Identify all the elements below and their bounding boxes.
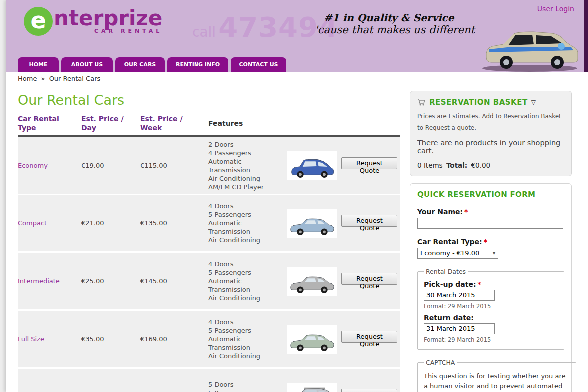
site-header: User Login e nterprize CAR RENTAL call 4…	[6, 0, 588, 72]
select-arrow-icon: ▾	[493, 250, 495, 256]
logo-brand-text: nterprize	[54, 7, 162, 30]
car-type-selected-value: Economy - €19.00	[420, 249, 479, 257]
basket-total-label: Total:	[446, 161, 467, 169]
table-row: Full Size€35.00€169.004 Doors5 Passenger…	[18, 311, 400, 367]
car-photo-cell	[287, 151, 341, 180]
price-per-day: €35.00	[81, 335, 140, 343]
feature-item: 5 Passengers	[208, 389, 282, 392]
car-features: 2 Doors4 PassengersAutomatic Transmissio…	[208, 140, 287, 191]
car-photo-cell	[287, 267, 341, 296]
car-photo	[287, 383, 337, 392]
nav-tab-contact-us[interactable]: CONTACT US	[231, 57, 286, 72]
price-per-week: €115.00	[140, 162, 208, 169]
basket-description: Prices are Estimates. Add to Reservation…	[417, 111, 564, 134]
phone-call-label: call	[192, 24, 216, 40]
chevron-down-icon[interactable]: ▽	[531, 99, 536, 106]
table-row: Compact€21.00€135.004 Doors5 PassengersA…	[18, 195, 400, 251]
breadcrumb: Home » Our Rental Cars	[6, 72, 588, 82]
nav-tab-our-cars[interactable]: OUR CARS	[115, 57, 165, 72]
tagline-line2: 'cause that makes us different	[315, 24, 475, 36]
price-per-week: €169.00	[140, 335, 208, 343]
nav-tab-about-us[interactable]: ABOUT US	[61, 57, 113, 72]
car-photo-cell	[287, 209, 341, 238]
site-container: User Login e nterprize CAR RENTAL call 4…	[6, 0, 588, 392]
basket-items-count: 0 Items	[417, 161, 443, 169]
required-marker: *	[484, 238, 487, 246]
return-date-label: Return date:	[424, 314, 558, 322]
request-quote-button[interactable]: Request Quote	[341, 331, 397, 343]
rental-dates-legend: Rental Dates	[424, 268, 468, 275]
feature-item: Automatic Transmission	[208, 277, 282, 294]
pickup-date-format-hint: Format: 29 March 2015	[424, 303, 558, 310]
car-type-select[interactable]: Economy - €19.00 ▾	[417, 248, 498, 259]
nav-tab-renting-info[interactable]: RENTING INFO	[167, 57, 228, 72]
price-per-day: €25.00	[81, 277, 140, 285]
breadcrumb-separator: »	[41, 75, 45, 82]
car-type-cell: Intermediate	[18, 277, 81, 285]
feature-item: 5 Passengers	[208, 326, 282, 335]
feature-item: Air Conditioning	[208, 294, 282, 302]
col-header-price-day: Est. Price / Day	[81, 115, 140, 132]
breadcrumb-current: Our Rental Cars	[49, 75, 101, 82]
tagline-line1: #1 in Quality & Service	[324, 12, 475, 24]
nav-tab-home[interactable]: HOME	[18, 57, 59, 72]
price-per-week: €135.00	[140, 219, 208, 227]
car-features: 4 Doors5 PassengersAutomatic Transmissio…	[208, 202, 287, 244]
shopping-cart-icon	[417, 98, 426, 106]
name-input[interactable]	[417, 218, 563, 229]
table-header-row: Car Rental Type Est. Price / Day Est. Pr…	[18, 115, 400, 137]
feature-item: Air Conditioning	[208, 174, 282, 183]
feature-item: 5 Doors	[208, 380, 282, 389]
feature-item: AM/FM CD Player	[208, 183, 282, 191]
pickup-date-label: Pick-up date:*	[424, 280, 558, 288]
car-type-link[interactable]: Full Size	[18, 335, 44, 343]
request-quote-button[interactable]: Request Quote	[341, 215, 397, 227]
feature-item: 4 Doors	[208, 260, 282, 268]
logo-green-circle-icon: e	[24, 7, 53, 36]
basket-title: RESERVATION BASKET	[429, 98, 528, 107]
sidebar: RESERVATION BASKET ▽ Prices are Estimate…	[410, 91, 572, 392]
required-marker: *	[464, 208, 468, 216]
feature-item: 4 Passengers	[208, 149, 282, 157]
col-header-type: Car Rental Type	[18, 115, 81, 132]
basket-total-value: €0.00	[471, 161, 491, 169]
request-quote-button[interactable]: Request Quote	[341, 157, 397, 169]
breadcrumb-home-link[interactable]: Home	[18, 75, 37, 82]
car-type-link[interactable]: Economy	[18, 162, 48, 169]
car-type-label: Car Rental Type:*	[417, 238, 564, 246]
request-quote-cell: Request Quote	[341, 389, 399, 392]
table-row: Small SUV€39.00€249.005 Doors5 Passenger…	[18, 369, 400, 392]
main-nav: HOMEABOUT USOUR CARSRENTING INFOCONTACT …	[18, 57, 286, 72]
user-login-link[interactable]: User Login	[537, 5, 574, 13]
car-table-rows: Economy€19.00€115.002 Doors4 PassengersA…	[18, 137, 400, 392]
car-features: 4 Doors5 PassengersAutomatic Transmissio…	[208, 318, 287, 360]
price-per-day: €19.00	[81, 162, 140, 169]
captcha-legend: CAPTCHA	[424, 359, 457, 366]
table-row: Intermediate€25.00€145.004 Doors5 Passen…	[18, 253, 400, 309]
car-features: 4 Doors5 PassengersAutomatic Transmissio…	[208, 260, 287, 302]
feature-item: Automatic Transmission	[208, 157, 282, 174]
return-date-input[interactable]	[424, 323, 495, 334]
reservation-basket-panel: RESERVATION BASKET ▽ Prices are Estimate…	[410, 91, 572, 176]
request-quote-button[interactable]: Request Quote	[341, 389, 397, 392]
request-quote-cell: Request Quote	[341, 273, 399, 290]
basket-total-line: 0 Items Total: €0.00	[417, 161, 564, 169]
pickup-date-input[interactable]	[424, 290, 495, 301]
feature-item: 4 Doors	[208, 318, 282, 326]
captcha-fieldset: CAPTCHA This question is for testing whe…	[417, 359, 576, 392]
car-type-link[interactable]: Intermediate	[18, 277, 60, 285]
page-title: Our Rental Cars	[18, 92, 400, 108]
site-logo[interactable]: e nterprize CAR RENTAL	[24, 7, 162, 36]
main-content: Our Rental Cars Car Rental Type Est. Pri…	[18, 82, 400, 392]
request-quote-button[interactable]: Request Quote	[341, 273, 397, 285]
header-suv-photo	[477, 26, 582, 72]
feature-item: Air Conditioning	[208, 236, 282, 244]
return-date-format-hint: Format: 29 March 2015	[424, 336, 558, 343]
request-quote-cell: Request Quote	[341, 215, 399, 232]
car-photo	[287, 151, 337, 180]
rental-dates-fieldset: Rental Dates Pick-up date:* Format: 29 M…	[417, 268, 564, 350]
feature-item: 4 Doors	[208, 202, 282, 210]
car-type-link[interactable]: Compact	[18, 219, 47, 227]
car-photo	[287, 267, 337, 296]
car-photo	[287, 325, 337, 354]
